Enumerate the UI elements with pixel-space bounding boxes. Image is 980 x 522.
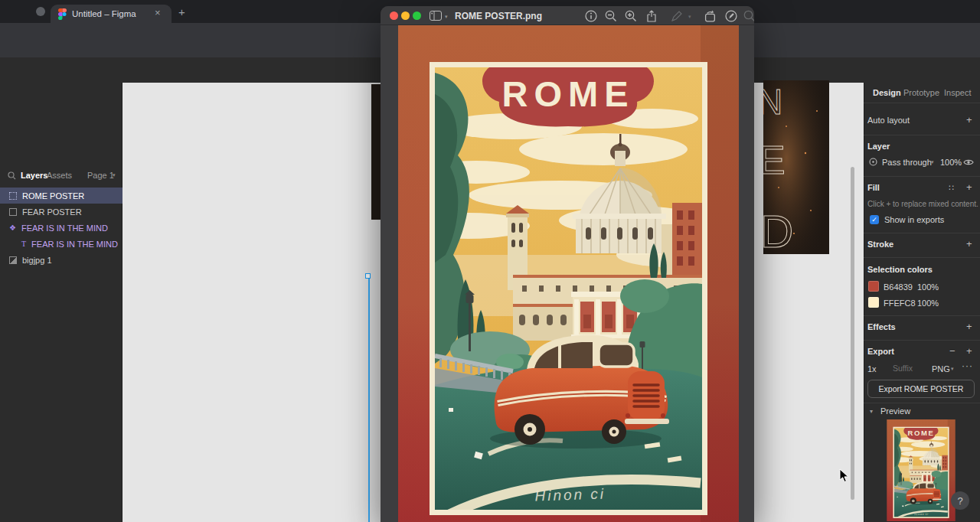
tab-close-icon[interactable]: ×	[155, 8, 161, 18]
color-swatch[interactable]	[868, 281, 879, 292]
color-hex[interactable]: FFEFC8	[884, 299, 916, 308]
tab-design[interactable]: Design	[873, 88, 901, 97]
show-in-exports-label: Show in exports	[884, 215, 944, 224]
fill-hint: Click + to replace mixed content.	[867, 200, 978, 208]
fear-poster-fragment-left[interactable]	[371, 84, 381, 220]
zoom-in-icon[interactable]	[624, 10, 638, 22]
divider	[864, 257, 980, 258]
chevron-down-icon[interactable]: ▾	[688, 14, 691, 20]
help-button[interactable]: ?	[951, 491, 969, 510]
sidebar-toggle-icon[interactable]	[430, 11, 442, 21]
add-fill-icon[interactable]: +	[966, 182, 972, 192]
blend-mode-icon[interactable]	[869, 158, 877, 166]
chevron-down-icon[interactable]: ▾	[445, 14, 448, 20]
rotate-icon[interactable]	[704, 10, 717, 22]
export-suffix-input[interactable]	[891, 363, 928, 374]
divider	[864, 340, 980, 341]
tab-prototype[interactable]: Prototype	[903, 88, 939, 97]
layer-section-label: Layer	[867, 142, 890, 151]
text-layer-icon: T	[21, 240, 26, 248]
tab-layers[interactable]: Layers	[21, 171, 47, 180]
new-tab-button[interactable]: +	[178, 6, 185, 18]
fear-poster-fragment-right[interactable]: N E D	[763, 80, 829, 254]
zoom-out-icon[interactable]	[604, 10, 618, 22]
quicklook-titlebar[interactable]: ▾ ROME POSTER.png ▾	[381, 6, 754, 25]
tab-inspect[interactable]: Inspect	[944, 88, 971, 97]
add-effect-icon[interactable]: +	[966, 321, 972, 331]
add-auto-layout-icon[interactable]: +	[966, 115, 972, 125]
divider	[864, 403, 980, 403]
window-close-button[interactable]	[36, 7, 45, 16]
selection-border	[368, 276, 370, 522]
add-export-icon[interactable]: +	[966, 346, 972, 356]
image-layer-icon	[9, 256, 17, 264]
annotate-circle-icon[interactable]	[724, 10, 738, 22]
rome-poster-image[interactable]	[398, 25, 739, 522]
fill-section-label: Fill	[867, 183, 880, 192]
export-section-label: Export	[867, 347, 894, 356]
blend-mode-select[interactable]: Pass through	[882, 158, 932, 167]
selection-handle[interactable]	[365, 273, 371, 279]
chevron-down-icon[interactable]: ▾	[113, 172, 116, 178]
share-icon[interactable]	[645, 10, 658, 22]
frame-icon	[9, 192, 17, 200]
effects-section-label: Effects	[867, 322, 896, 331]
minimize-button[interactable]	[401, 11, 410, 20]
markup-pen-icon[interactable]	[670, 10, 684, 22]
fear-letter-e: E	[763, 138, 786, 182]
tab-assets[interactable]: Assets	[47, 171, 72, 180]
tab-title: Untitled – Figma	[72, 9, 136, 18]
figma-favicon	[58, 8, 67, 20]
layer-opacity[interactable]: 100%	[940, 158, 962, 167]
preview-collapse-icon[interactable]: ▾	[870, 408, 873, 415]
layer-row-fear-text[interactable]: T FEAR IS IN THE MIND	[0, 236, 122, 252]
export-scale[interactable]: 1x	[867, 364, 877, 374]
color-hex[interactable]: B64839	[884, 282, 913, 292]
fear-letter-d: D	[763, 206, 793, 254]
divider	[864, 135, 980, 135]
layer-row-rome-poster[interactable]: ROME POSTER	[0, 188, 122, 204]
preview-section-label: Preview	[880, 406, 910, 416]
stroke-section-label: Stroke	[867, 240, 893, 249]
layers-panel: Layers Assets Page 1 ▾ ROME POSTER FEAR …	[0, 83, 122, 522]
export-rome-poster-button[interactable]: Export ROME POSTER	[867, 380, 975, 398]
auto-layout-label: Auto layout	[867, 116, 910, 125]
export-format-select[interactable]: PNG	[932, 364, 950, 374]
quicklook-window: ▾ ROME POSTER.png ▾	[381, 6, 754, 522]
divider	[864, 315, 980, 316]
divider	[864, 233, 980, 233]
visibility-eye-icon[interactable]	[963, 158, 974, 166]
search-icon[interactable]	[743, 10, 754, 22]
add-stroke-icon[interactable]: +	[966, 239, 972, 249]
frame-icon	[9, 208, 17, 216]
close-button[interactable]	[390, 11, 398, 20]
color-opacity[interactable]: 100%	[917, 299, 939, 308]
component-icon: ❖	[9, 223, 16, 232]
window-title: ROME POSTER.png	[455, 11, 542, 21]
divider	[864, 103, 980, 103]
layer-row-fear-component[interactable]: ❖ FEAR IS IN THE MIND	[0, 220, 122, 236]
zoom-button[interactable]	[413, 11, 421, 20]
remove-export-icon[interactable]: −	[949, 346, 956, 356]
mouse-cursor	[839, 468, 850, 484]
fear-letter-n: N	[763, 82, 782, 122]
chevron-down-icon[interactable]: ▾	[931, 159, 934, 165]
show-in-exports-checkbox[interactable]: ✓	[870, 215, 879, 224]
selection-colors-label: Selection colors	[867, 265, 933, 274]
layer-row-bigjpg[interactable]: bigjpg 1	[0, 252, 122, 268]
color-swatch[interactable]	[868, 297, 879, 308]
layer-row-fear-poster[interactable]: FEAR POSTER	[0, 204, 122, 220]
divider	[864, 176, 980, 177]
chevron-down-icon[interactable]: ▾	[951, 366, 954, 372]
fill-styles-icon[interactable]: ∷	[949, 183, 954, 193]
page-selector[interactable]: Page 1	[87, 171, 114, 180]
export-options-icon[interactable]: ···	[962, 361, 973, 371]
search-icon[interactable]	[8, 171, 16, 180]
info-icon[interactable]	[584, 10, 598, 22]
canvas-scrollbar[interactable]	[851, 167, 854, 500]
color-opacity[interactable]: 100%	[917, 282, 939, 292]
export-preview-thumbnail[interactable]	[887, 419, 956, 521]
